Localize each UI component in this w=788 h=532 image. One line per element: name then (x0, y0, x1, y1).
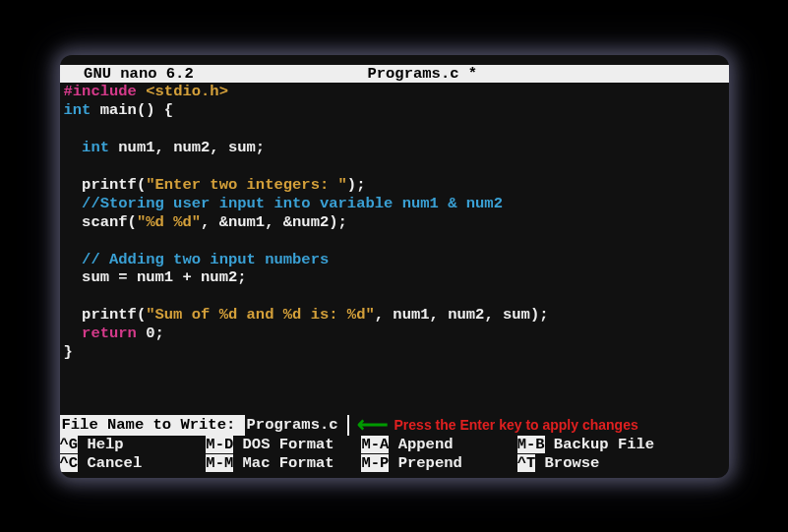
shortcut-label: Cancel (78, 454, 206, 472)
code-token: printf( (64, 306, 147, 324)
code-token: main() { (91, 101, 173, 119)
shortcut-help[interactable]: ^G (60, 436, 79, 453)
code-token: printf( (64, 176, 147, 194)
code-comment: //Storing user input into variable num1 … (64, 195, 503, 212)
prompt-label: File Name to Write: (62, 416, 245, 434)
shortcut-label: DOS Format (233, 436, 361, 453)
shortcut-dos-format[interactable]: M-D (206, 436, 233, 453)
code-token: , num1, num2, sum); (375, 306, 549, 324)
code-token: "%d %d" (137, 213, 201, 231)
nano-editor-window: GNU nano 6.2 Programs.c * #include <stdi… (60, 55, 729, 478)
shortcut-mac-format[interactable]: M-M (206, 454, 233, 472)
code-token: num1, num2, sum; (109, 139, 265, 156)
filename-input[interactable] (245, 415, 347, 436)
code-token: int (64, 101, 91, 119)
shortcut-label: Prepend (389, 454, 516, 472)
code-line: sum = num1 + num2; (64, 268, 247, 286)
annotation: ⟵ Press the Enter key to apply changes (349, 415, 729, 436)
shortcut-prepend[interactable]: M-P (361, 454, 389, 472)
code-token: return (64, 325, 137, 342)
code-token: , &num1, &num2); (201, 213, 347, 231)
code-token: <stdio.h> (137, 83, 228, 100)
code-area[interactable]: #include <stdio.h> int main() { int num1… (60, 83, 729, 362)
code-line: } (64, 343, 73, 361)
shortcut-backup-file[interactable]: M-B (517, 436, 545, 453)
shortcut-append[interactable]: M-A (361, 436, 389, 453)
code-token: scanf( (64, 213, 137, 231)
file-name: Programs.c * (367, 65, 477, 83)
shortcut-label: Mac Format (233, 454, 361, 472)
code-token: "Enter two integers: " (146, 176, 347, 194)
shortcut-label: Help (78, 436, 206, 453)
filename-prompt-row: File Name to Write: ⟵ Press the Enter ke… (60, 415, 729, 436)
code-token: ); (347, 176, 366, 194)
code-token: "Sum of %d and %d is: %d" (146, 306, 375, 324)
filename-prompt: File Name to Write: (60, 415, 349, 436)
shortcut-label: Append (389, 436, 516, 453)
code-token: int (64, 139, 110, 156)
annotation-text: Press the Enter key to apply changes (394, 417, 638, 434)
code-token: 0; (137, 325, 164, 342)
title-bar: GNU nano 6.2 Programs.c * (60, 65, 729, 84)
app-version: GNU nano 6.2 (66, 65, 194, 83)
shortcut-cancel[interactable]: ^C (60, 454, 79, 472)
code-token: #include (64, 83, 137, 100)
shortcut-label: Backup File (545, 436, 655, 453)
shortcut-label: Browse (535, 454, 599, 472)
arrow-left-icon: ⟵ (357, 416, 389, 434)
shortcut-bar: ^G Help M-D DOS Format M-A Append M-B Ba… (60, 436, 729, 473)
code-comment: // Adding two input numbers (64, 251, 330, 268)
shortcut-browse[interactable]: ^T (517, 454, 536, 472)
